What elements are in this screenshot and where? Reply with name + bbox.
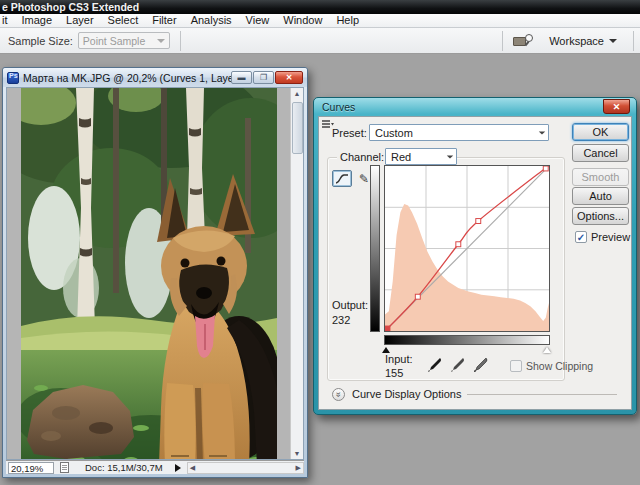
- preset-select[interactable]: Custom: [369, 124, 549, 141]
- restore-button[interactable]: ❐: [253, 71, 274, 84]
- chevron-down-icon: [447, 155, 453, 158]
- curve-tool-button[interactable]: [332, 170, 352, 187]
- preset-label: Preset:: [332, 127, 367, 139]
- scrollbar-thumb[interactable]: [292, 102, 303, 154]
- dialog-content: Preset: Custom OK Cancel Smooth Auto Opt…: [318, 116, 632, 410]
- dialog-close-button[interactable]: ✕: [603, 99, 630, 114]
- sample-size-select[interactable]: Point Sample: [78, 32, 170, 49]
- preview-checkbox[interactable]: ✓: [575, 231, 587, 243]
- preview-label: Preview: [591, 231, 630, 243]
- zoom-level-field[interactable]: 20,19%: [8, 462, 54, 474]
- white-point-eyedropper-icon[interactable]: [473, 357, 489, 373]
- dialog-title-bar[interactable]: Curves: [314, 98, 636, 116]
- app-title-bar: e Photoshop CS3 Extended: [0, 0, 640, 14]
- input-label: Input:: [385, 353, 413, 365]
- menu-analysis[interactable]: Analysis: [184, 14, 239, 27]
- menu-layer[interactable]: Layer: [59, 14, 101, 27]
- workspace-button[interactable]: Workspace: [541, 33, 625, 49]
- doc-size-text: Doc: 15,1M/30,7M: [85, 462, 163, 473]
- expander-button[interactable]: «: [332, 388, 345, 401]
- smooth-button: Smooth: [572, 168, 629, 186]
- gray-point-eyedropper-icon[interactable]: [450, 357, 466, 373]
- white-point-slider[interactable]: [543, 347, 551, 353]
- curve-point[interactable]: [476, 219, 481, 224]
- horizontal-scrollbar[interactable]: ◀ ▶: [187, 462, 304, 474]
- expander-divider: [467, 394, 617, 395]
- sample-size-label: Sample Size:: [8, 35, 73, 47]
- menu-filter[interactable]: Filter: [145, 14, 183, 27]
- menu-bar: it Image Layer Select Filter Analysis Vi…: [0, 14, 640, 28]
- channel-select[interactable]: Red: [385, 148, 457, 165]
- menu-window[interactable]: Window: [276, 14, 329, 27]
- scroll-up-icon[interactable]: ▲: [294, 88, 301, 99]
- toolbar-divider: [502, 31, 503, 51]
- chevron-down-icon: [157, 39, 165, 43]
- ok-button[interactable]: OK: [572, 123, 629, 141]
- dog-front-leg: [164, 383, 195, 460]
- cancel-button[interactable]: Cancel: [572, 144, 629, 162]
- toolbar-divider: [633, 31, 634, 51]
- dog-eye: [181, 259, 190, 268]
- show-clipping-checkbox[interactable]: ✓: [510, 360, 522, 372]
- document-info-icon: [60, 462, 69, 473]
- curve-point[interactable]: [456, 242, 461, 247]
- menu-select[interactable]: Select: [101, 14, 146, 27]
- curve-point[interactable]: [415, 294, 420, 299]
- document-title: Марта на MK.JPG @ 20,2% (Curves 1, Layer…: [23, 72, 231, 84]
- chevron-down-icon: [609, 39, 617, 43]
- curve-display-options-label: Curve Display Options: [352, 388, 461, 400]
- status-menu-arrow-icon[interactable]: [175, 464, 181, 472]
- tree-trunk: [113, 88, 119, 293]
- menu-edit[interactable]: it: [0, 14, 15, 27]
- dialog-title: Curves: [322, 101, 355, 113]
- chevron-double-down-icon: «: [334, 391, 343, 396]
- toolbar-divider: [180, 31, 181, 51]
- photoshop-file-icon: [7, 72, 19, 84]
- channel-label: Channel:: [337, 151, 387, 163]
- preset-options-icon[interactable]: [319, 117, 336, 132]
- minimize-button[interactable]: ▬: [231, 71, 252, 84]
- close-button[interactable]: ✕: [275, 71, 303, 84]
- vertical-scrollbar[interactable]: ▲ ▼: [290, 88, 303, 459]
- chevron-down-icon: [539, 131, 545, 134]
- scroll-right-icon[interactable]: ▶: [296, 462, 301, 474]
- app-title: e Photoshop CS3 Extended: [2, 1, 139, 13]
- show-clipping-label: Show Clipping: [526, 360, 593, 372]
- workspace-icon: [513, 34, 533, 48]
- menu-view[interactable]: View: [239, 14, 277, 27]
- photo-dog[interactable]: [21, 88, 277, 460]
- curves-dialog: Curves ✕ Preset: Custom OK Cancel Smooth…: [313, 97, 637, 415]
- auto-button[interactable]: Auto: [572, 187, 629, 205]
- menu-help[interactable]: Help: [329, 14, 366, 27]
- black-point-eyedropper-icon[interactable]: [427, 357, 443, 373]
- input-value: 155: [385, 367, 403, 379]
- output-value: 232: [332, 314, 350, 326]
- curve-point[interactable]: [385, 326, 390, 331]
- curve-point[interactable]: [543, 166, 548, 171]
- dog-front-leg: [202, 383, 235, 460]
- status-bar: 20,19% Doc: 15,1M/30,7M ◀ ▶: [6, 460, 304, 474]
- output-gradient-bar: [370, 165, 380, 332]
- dog-nose: [196, 287, 212, 299]
- menu-image[interactable]: Image: [15, 14, 60, 27]
- options-bar: Sample Size: Point Sample Workspace: [0, 28, 640, 54]
- document-title-bar[interactable]: Марта на MK.JPG @ 20,2% (Curves 1, Layer…: [3, 68, 307, 87]
- input-gradient-bar: [384, 335, 550, 345]
- document-window: Марта на MK.JPG @ 20,2% (Curves 1, Layer…: [2, 67, 308, 478]
- options-button[interactable]: Options...: [572, 207, 629, 225]
- dog-eye: [217, 257, 226, 266]
- pencil-icon: ✎: [359, 172, 369, 186]
- scroll-down-icon[interactable]: ▼: [294, 448, 301, 459]
- output-label: Output:: [332, 299, 368, 311]
- curve-grid[interactable]: [384, 165, 550, 332]
- canvas-area: ▲ ▼: [6, 87, 304, 460]
- scroll-left-icon[interactable]: ◀: [190, 462, 195, 474]
